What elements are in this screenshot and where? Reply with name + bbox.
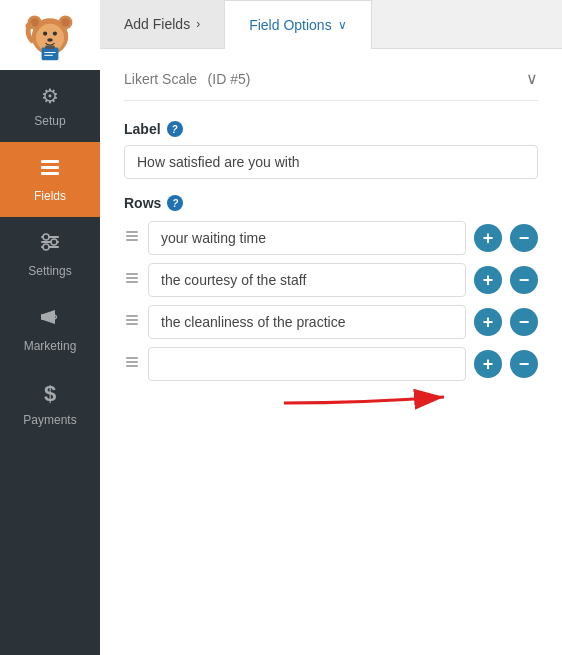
sidebar-item-label: Setup <box>34 114 65 128</box>
drag-handle-icon[interactable] <box>124 354 140 374</box>
row-add-button-4[interactable]: + <box>474 350 502 378</box>
sidebar-item-payments[interactable]: $ Payments <box>0 367 100 441</box>
svg-point-13 <box>26 22 33 29</box>
payments-icon: $ <box>44 381 56 407</box>
svg-rect-31 <box>126 319 138 321</box>
drag-handle-icon[interactable] <box>124 228 140 248</box>
sidebar-item-label: Settings <box>28 264 71 278</box>
row-input-2[interactable] <box>148 263 466 297</box>
svg-rect-16 <box>41 172 59 175</box>
sidebar-item-marketing[interactable]: Marketing <box>0 292 100 367</box>
sidebar: ⚙ Setup Fields Settings <box>0 0 100 655</box>
row-add-button-3[interactable]: + <box>474 308 502 336</box>
svg-point-20 <box>43 234 49 240</box>
main-panel: Add Fields › Field Options ∨ Likert Scal… <box>100 0 562 655</box>
row-remove-button-4[interactable]: − <box>510 350 538 378</box>
settings-icon <box>39 231 61 258</box>
label-input[interactable] <box>124 145 538 179</box>
table-row: + − <box>124 347 538 381</box>
svg-rect-32 <box>126 323 138 325</box>
sidebar-item-settings[interactable]: Settings <box>0 217 100 292</box>
row-add-button-1[interactable]: + <box>474 224 502 252</box>
svg-rect-23 <box>41 314 44 320</box>
rows-help-icon[interactable]: ? <box>167 195 183 211</box>
table-row: + − <box>124 263 538 297</box>
field-title-row: Likert Scale (ID #5) ∨ <box>124 69 538 101</box>
svg-rect-35 <box>126 365 138 367</box>
tab-field-options-label: Field Options <box>249 17 331 33</box>
svg-point-21 <box>51 239 57 245</box>
svg-point-6 <box>43 32 47 36</box>
svg-rect-28 <box>126 277 138 279</box>
row-remove-button-3[interactable]: − <box>510 308 538 336</box>
svg-rect-25 <box>126 235 138 237</box>
svg-rect-33 <box>126 357 138 359</box>
content-area: Likert Scale (ID #5) ∨ Label ? Rows ? <box>100 49 562 655</box>
svg-rect-24 <box>126 231 138 233</box>
tab-add-fields-arrow: › <box>196 17 200 31</box>
field-id: (ID #5) <box>208 71 251 87</box>
row-add-button-2[interactable]: + <box>474 266 502 294</box>
svg-rect-26 <box>126 239 138 241</box>
row-input-1[interactable] <box>148 221 466 255</box>
field-collapse-icon[interactable]: ∨ <box>526 69 538 88</box>
svg-rect-14 <box>41 160 59 163</box>
label-help-icon[interactable]: ? <box>167 121 183 137</box>
sidebar-item-label: Fields <box>34 189 66 203</box>
row-input-4[interactable] <box>148 347 466 381</box>
row-remove-button-1[interactable]: − <box>510 224 538 252</box>
label-section: Label ? <box>124 121 538 179</box>
sidebar-item-fields[interactable]: Fields <box>0 142 100 217</box>
table-row: + − <box>124 221 538 255</box>
label-field-label: Label ? <box>124 121 538 137</box>
svg-rect-27 <box>126 273 138 275</box>
svg-rect-34 <box>126 361 138 363</box>
logo-bear-icon <box>22 7 78 63</box>
rows-section: Rows ? + − <box>124 195 538 381</box>
sidebar-item-setup[interactable]: ⚙ Setup <box>0 70 100 142</box>
tab-bar: Add Fields › Field Options ∨ <box>100 0 562 49</box>
svg-rect-10 <box>45 46 55 50</box>
svg-rect-15 <box>41 166 59 169</box>
setup-icon: ⚙ <box>41 84 59 108</box>
row-input-3[interactable] <box>148 305 466 339</box>
sidebar-item-label: Payments <box>23 413 76 427</box>
logo-area <box>0 0 100 70</box>
rows-container: + − + − <box>124 221 538 381</box>
svg-point-8 <box>47 38 53 42</box>
row-remove-button-2[interactable]: − <box>510 266 538 294</box>
table-row: + − <box>124 305 538 339</box>
svg-point-7 <box>53 32 57 36</box>
red-arrow-annotation <box>284 383 484 423</box>
tab-field-options-arrow: ∨ <box>338 18 347 32</box>
sidebar-item-label: Marketing <box>24 339 77 353</box>
marketing-icon <box>39 306 61 333</box>
svg-point-4 <box>61 18 69 26</box>
tab-add-fields[interactable]: Add Fields › <box>100 0 224 48</box>
svg-point-22 <box>43 244 49 250</box>
svg-rect-30 <box>126 315 138 317</box>
field-title: Likert Scale (ID #5) <box>124 70 250 88</box>
svg-rect-9 <box>42 48 59 61</box>
tab-field-options[interactable]: Field Options ∨ <box>224 0 371 49</box>
fields-icon <box>39 156 61 183</box>
drag-handle-icon[interactable] <box>124 312 140 332</box>
drag-handle-icon[interactable] <box>124 270 140 290</box>
tab-add-fields-label: Add Fields <box>124 16 190 32</box>
rows-label: Rows ? <box>124 195 538 211</box>
svg-rect-29 <box>126 281 138 283</box>
